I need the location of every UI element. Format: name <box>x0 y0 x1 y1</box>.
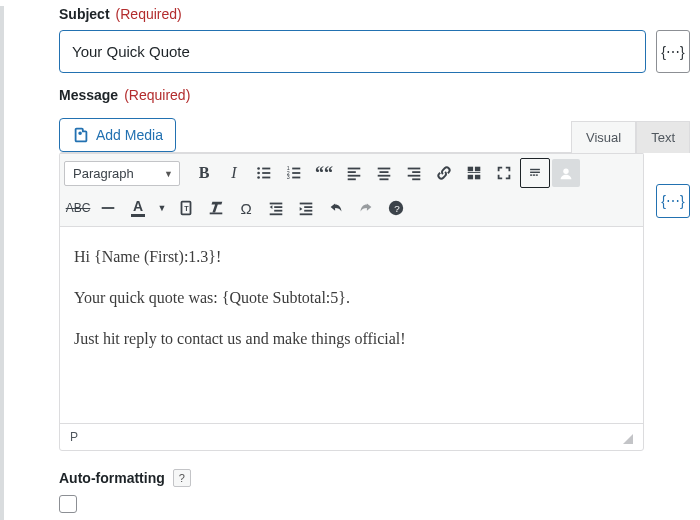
blockquote-button[interactable]: ““ <box>310 159 338 187</box>
svg-rect-40 <box>274 206 282 208</box>
svg-rect-30 <box>530 172 540 173</box>
svg-rect-46 <box>300 213 313 215</box>
distraction-free-button[interactable] <box>552 159 580 187</box>
numbered-list-button[interactable]: 123 <box>280 159 308 187</box>
svg-rect-23 <box>412 178 420 180</box>
autoformat-label: Auto-formatting <box>59 470 165 486</box>
indent-button[interactable] <box>292 194 320 222</box>
paste-text-button[interactable]: T <box>172 194 200 222</box>
tab-text[interactable]: Text <box>636 121 690 153</box>
svg-rect-45 <box>304 210 312 212</box>
svg-rect-28 <box>475 175 480 180</box>
svg-point-0 <box>257 167 260 170</box>
svg-rect-16 <box>378 168 391 170</box>
align-center-button[interactable] <box>370 159 398 187</box>
chevron-down-icon: ▼ <box>164 169 173 179</box>
message-paragraph: Your quick quote was: {Quote Subtotal:5}… <box>74 286 629 311</box>
message-paragraph: Hi {Name (First):1.3}! <box>74 245 629 270</box>
merge-tag-icon: {⋯} <box>661 44 684 60</box>
message-label: Message (Required) <box>59 87 690 103</box>
text-color-button[interactable]: A <box>124 194 152 222</box>
svg-text:3: 3 <box>287 174 290 180</box>
svg-text:T: T <box>184 204 189 213</box>
redo-button[interactable] <box>352 194 380 222</box>
svg-rect-17 <box>380 171 389 173</box>
svg-rect-32 <box>533 174 535 175</box>
svg-point-4 <box>257 176 260 179</box>
svg-rect-41 <box>274 210 282 212</box>
toolbar-toggle-button[interactable] <box>520 158 550 188</box>
svg-rect-31 <box>530 174 532 175</box>
message-required: (Required) <box>124 87 190 103</box>
autoformat-help-button[interactable]: ? <box>173 469 191 487</box>
strikethrough-button[interactable]: ABC <box>64 194 92 222</box>
bullet-list-button[interactable] <box>250 159 278 187</box>
media-icon <box>72 126 90 144</box>
text-color-caret[interactable]: ▼ <box>154 194 170 222</box>
special-character-button[interactable]: Ω <box>232 194 260 222</box>
svg-rect-33 <box>536 174 538 175</box>
subject-merge-tag-button[interactable]: {⋯} <box>656 30 690 73</box>
svg-rect-15 <box>348 178 356 180</box>
subject-required: (Required) <box>116 6 182 22</box>
align-right-button[interactable] <box>400 159 428 187</box>
element-path[interactable]: P <box>70 430 78 444</box>
rich-text-editor: Paragraph▼ B I 123 ““ <box>59 152 644 451</box>
link-button[interactable] <box>430 159 458 187</box>
read-more-button[interactable] <box>460 159 488 187</box>
svg-rect-22 <box>408 175 421 177</box>
editor-content[interactable]: Hi {Name (First):1.3}! Your quick quote … <box>60 227 643 423</box>
subject-input[interactable] <box>59 30 646 73</box>
svg-rect-11 <box>292 177 300 179</box>
svg-rect-39 <box>270 203 283 205</box>
subject-label: Subject (Required) <box>59 6 690 22</box>
color-swatch-icon <box>131 214 145 217</box>
svg-rect-12 <box>348 168 361 170</box>
svg-rect-9 <box>292 172 300 174</box>
message-paragraph: Just hit reply to contact us and make th… <box>74 327 629 352</box>
svg-point-34 <box>563 169 568 174</box>
outdent-button[interactable] <box>262 194 290 222</box>
svg-rect-29 <box>530 169 540 170</box>
clear-formatting-button[interactable] <box>202 194 230 222</box>
svg-point-2 <box>257 172 260 175</box>
svg-rect-27 <box>468 175 473 180</box>
align-left-button[interactable] <box>340 159 368 187</box>
svg-rect-42 <box>270 213 283 215</box>
svg-rect-25 <box>475 167 480 172</box>
svg-rect-21 <box>412 171 420 173</box>
svg-rect-3 <box>262 172 270 174</box>
svg-rect-14 <box>348 175 361 177</box>
svg-rect-43 <box>300 203 313 205</box>
svg-rect-13 <box>348 171 356 173</box>
svg-rect-7 <box>292 168 300 170</box>
add-media-button[interactable]: Add Media <box>59 118 176 152</box>
resize-handle-icon[interactable] <box>623 434 633 444</box>
horizontal-rule-button[interactable] <box>94 194 122 222</box>
svg-text:?: ? <box>394 203 400 214</box>
svg-rect-5 <box>262 177 270 179</box>
bold-button[interactable]: B <box>190 159 218 187</box>
autoformat-checkbox[interactable] <box>59 495 77 513</box>
undo-button[interactable] <box>322 194 350 222</box>
svg-rect-26 <box>468 172 481 173</box>
italic-button[interactable]: I <box>220 159 248 187</box>
message-merge-tag-button[interactable]: {⋯} <box>656 184 690 218</box>
svg-rect-38 <box>210 213 223 215</box>
svg-rect-1 <box>262 168 270 170</box>
merge-tag-icon: {⋯} <box>661 193 684 209</box>
format-select[interactable]: Paragraph▼ <box>64 161 180 186</box>
editor-toolbar: Paragraph▼ B I 123 ““ <box>60 153 643 227</box>
svg-rect-24 <box>468 167 473 172</box>
svg-rect-20 <box>408 168 421 170</box>
keyboard-help-button[interactable]: ? <box>382 194 410 222</box>
svg-rect-19 <box>380 178 389 180</box>
svg-rect-35 <box>102 207 115 209</box>
svg-rect-44 <box>304 206 312 208</box>
tab-visual[interactable]: Visual <box>571 121 636 153</box>
svg-rect-18 <box>378 175 391 177</box>
fullscreen-button[interactable] <box>490 159 518 187</box>
